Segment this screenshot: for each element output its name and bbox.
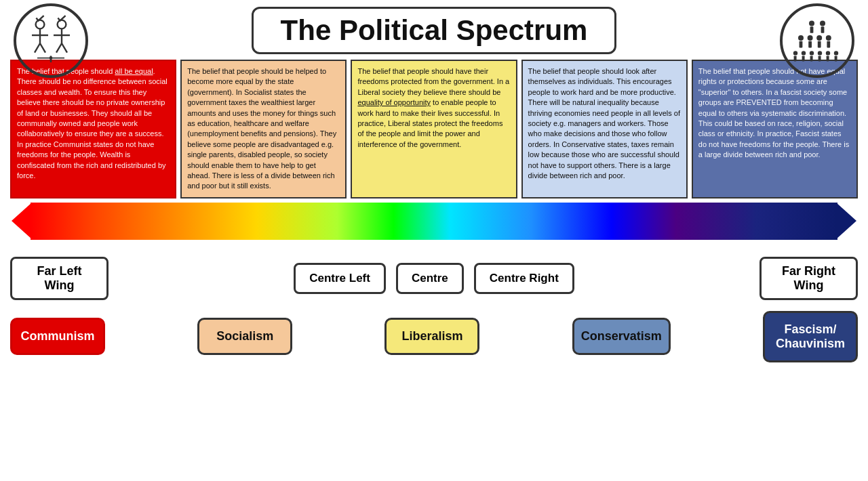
fascism-ideology-box: Fascism/Chauvinism — [763, 311, 858, 362]
far-right-label: Far RightWing — [760, 257, 858, 300]
header: The Political Spectrum — [7, 7, 861, 54]
communism-ideology-box: Communism — [10, 318, 105, 355]
svg-rect-18 — [800, 41, 803, 48]
centre-left-label: Centre Left — [294, 263, 386, 294]
socialism-desc: The belief that people should be helped … — [180, 60, 347, 198]
descriptions-row: The belief that people should all be equ… — [7, 60, 861, 198]
centre-label-text: Centre — [412, 272, 448, 285]
svg-line-9 — [62, 43, 67, 53]
labels-row: Far LeftWing Centre Left Centre Centre R… — [10, 250, 858, 308]
svg-line-3 — [35, 43, 40, 53]
far-left-label-text: Far LeftWing — [37, 264, 81, 292]
svg-point-23 — [826, 35, 831, 41]
centre-left-label-text: Centre Left — [309, 272, 370, 285]
socialism-ideology-box: Socialism — [197, 318, 292, 355]
centre-label: Centre — [396, 263, 464, 294]
conservatism-label: Conservatism — [581, 329, 662, 343]
ideology-row: Communism Socialism Liberalism Conservat… — [10, 311, 858, 362]
svg-point-13 — [809, 20, 814, 26]
svg-point-0 — [36, 20, 45, 29]
svg-rect-32 — [818, 56, 821, 61]
fascism-label: Fascism/Chauvinism — [776, 322, 845, 350]
liberalism-desc-text: The belief that people should have their… — [357, 67, 509, 148]
fascism-desc-text: The belief that people should not have e… — [698, 67, 849, 159]
spectrum-gradient — [31, 203, 837, 240]
svg-point-31 — [818, 51, 822, 55]
communism-label: Communism — [20, 329, 94, 343]
svg-rect-14 — [810, 26, 814, 33]
svg-point-5 — [58, 20, 66, 29]
communism-desc: The belief that people should all be equ… — [10, 60, 176, 198]
conservatism-desc-text: The belief that people should look after… — [528, 67, 680, 180]
svg-rect-26 — [794, 56, 797, 61]
svg-point-29 — [810, 51, 814, 55]
svg-rect-16 — [821, 26, 825, 33]
far-right-label-text: Far RightWing — [782, 264, 835, 292]
scales-balance-icon — [24, 14, 78, 68]
communism-desc-text: The belief that people should all be equ… — [17, 67, 167, 180]
far-left-label: Far LeftWing — [10, 257, 108, 300]
svg-line-4 — [40, 43, 45, 53]
centre-right-label-text: Centre Right — [490, 272, 559, 285]
socialism-desc-text: The belief that people should be helped … — [187, 67, 336, 190]
svg-point-33 — [826, 51, 830, 55]
left-arrow — [12, 203, 32, 239]
svg-rect-30 — [810, 56, 813, 61]
svg-rect-22 — [818, 41, 821, 48]
svg-point-12 — [50, 56, 53, 60]
svg-rect-24 — [827, 41, 830, 48]
svg-line-8 — [56, 43, 62, 53]
liberalism-desc: The belief that people should have their… — [351, 60, 517, 198]
spectrum-section — [10, 203, 858, 250]
socialism-label: Socialism — [216, 329, 273, 343]
svg-rect-34 — [827, 56, 829, 61]
svg-point-19 — [808, 35, 813, 41]
right-icon-circle — [780, 3, 854, 78]
left-icon-circle — [14, 3, 88, 78]
conservatism-ideology-box: Conservatism — [572, 318, 671, 355]
page-title: The Political Spectrum — [281, 14, 588, 47]
svg-point-17 — [798, 35, 804, 41]
svg-point-15 — [820, 20, 825, 26]
svg-rect-28 — [802, 56, 805, 61]
fascism-desc: The belief that people should not have e… — [692, 60, 858, 198]
people-group-icon — [790, 14, 844, 68]
liberalism-ideology-box: Liberalism — [384, 318, 479, 355]
conservatism-desc: The belief that people should look after… — [521, 60, 688, 198]
svg-rect-20 — [808, 41, 812, 48]
page-container: The Political Spectrum — [0, 0, 868, 481]
title-box: The Political Spectrum — [252, 7, 617, 54]
liberalism-label: Liberalism — [401, 329, 462, 343]
right-arrow — [836, 203, 856, 239]
svg-point-25 — [793, 51, 797, 55]
svg-rect-36 — [835, 56, 837, 61]
svg-point-27 — [802, 51, 806, 55]
svg-point-21 — [816, 35, 822, 41]
svg-point-35 — [834, 51, 838, 55]
centre-right-label: Centre Right — [474, 263, 574, 294]
centre-labels: Centre Left Centre Centre Right — [108, 263, 760, 294]
